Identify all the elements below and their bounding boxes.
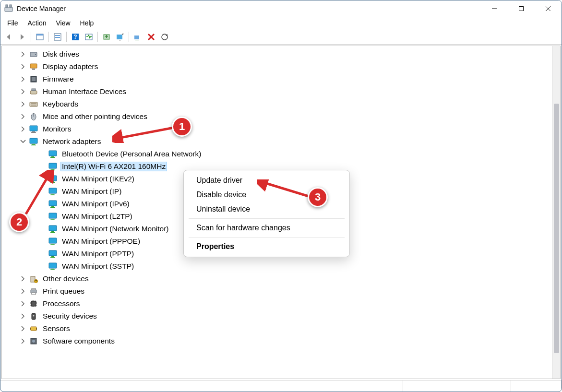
properties-button[interactable] (51, 31, 64, 43)
close-button[interactable] (535, 0, 562, 16)
ctx-properties[interactable]: Properties (184, 239, 349, 254)
category-icon (29, 112, 38, 121)
device-label: WAN Miniport (L2TP) (60, 212, 134, 221)
context-menu: Update driver Disable device Uninstall d… (183, 170, 350, 257)
device-label: Intel(R) Wi-Fi 6 AX201 160MHz (60, 162, 167, 171)
chevron-right-icon[interactable] (19, 63, 27, 71)
device-icon (48, 212, 58, 221)
tree-category[interactable]: Sensors (2, 322, 552, 335)
tree-category[interactable]: Other devices (2, 273, 552, 285)
window-controls (481, 0, 562, 16)
minimize-button[interactable] (481, 0, 508, 16)
help-button[interactable] (69, 31, 82, 43)
scan-button[interactable] (83, 31, 95, 43)
tree-category[interactable]: Monitors (2, 123, 552, 135)
category-label: Display adapters (41, 62, 99, 71)
chevron-right-icon[interactable] (19, 337, 27, 345)
enable-device-button[interactable] (132, 31, 144, 43)
device-label: WAN Miniport (PPPOE) (60, 237, 142, 246)
device-manager-window: Device Manager File Action View Help (0, 0, 562, 392)
content-pane: Disk drivesDisplay adaptersFirmwareHuman… (1, 46, 561, 379)
tree-category[interactable]: Software components (2, 335, 552, 347)
menu-help[interactable]: Help (75, 18, 99, 28)
tree-device[interactable]: WAN Miniport (SSTP) (2, 260, 552, 273)
tree-category[interactable]: Human Interface Devices (2, 85, 552, 98)
scan-hardware-button[interactable] (158, 31, 171, 43)
ctx-update-driver[interactable]: Update driver (184, 173, 349, 188)
toolbar-separator (66, 32, 67, 42)
chevron-right-icon[interactable] (19, 75, 27, 83)
category-label: Monitors (41, 124, 72, 134)
menubar: File Action View Help (0, 17, 562, 29)
chevron-right-icon[interactable] (19, 312, 27, 320)
chevron-right-icon[interactable] (19, 100, 27, 108)
annotation-badge-2: 2 (9, 212, 29, 232)
tree-category[interactable]: Print queues (2, 285, 552, 297)
device-label: WAN Miniport (Network Monitor) (60, 224, 170, 234)
chevron-down-icon[interactable] (19, 138, 27, 145)
tree-category[interactable]: Keyboards (2, 98, 552, 110)
chevron-right-icon[interactable] (19, 287, 27, 295)
menu-file[interactable]: File (2, 18, 23, 28)
disable-device-button[interactable] (114, 31, 126, 43)
toolbar-separator (48, 32, 49, 42)
category-label: Mice and other pointing devices (41, 112, 149, 121)
menu-view[interactable]: View (51, 18, 75, 28)
status-cell (511, 380, 562, 392)
svg-rect-50 (519, 6, 524, 11)
device-icon (48, 200, 58, 208)
chevron-right-icon[interactable] (19, 275, 27, 283)
category-label: Print queues (41, 286, 86, 296)
category-label: Software components (41, 336, 116, 346)
maximize-button[interactable] (508, 0, 535, 16)
category-icon (29, 337, 38, 345)
category-label: Security devices (41, 311, 98, 321)
titlebar: Device Manager (0, 0, 562, 17)
tree-category[interactable]: Firmware (2, 73, 552, 85)
tree-category[interactable]: Mice and other pointing devices (2, 110, 552, 123)
tree-category[interactable]: Processors (2, 297, 552, 310)
annotation-badge-1: 1 (172, 117, 192, 137)
device-icon (48, 249, 58, 258)
status-cell (403, 380, 511, 392)
chevron-right-icon[interactable] (19, 113, 27, 120)
ctx-scan-hardware[interactable]: Scan for hardware changes (184, 221, 349, 235)
category-icon (29, 299, 38, 308)
update-driver-button[interactable] (100, 31, 113, 43)
device-label: WAN Miniport (SSTP) (60, 261, 135, 271)
device-label: Bluetooth Device (Personal Area Network) (60, 149, 203, 159)
toolbar-separator (31, 32, 31, 42)
category-icon (29, 100, 38, 108)
category-label: Keyboards (41, 99, 80, 109)
scrollbar-thumb[interactable] (554, 104, 559, 353)
category-icon (29, 312, 38, 321)
category-label: Other devices (41, 274, 90, 284)
device-label: WAN Miniport (IP) (60, 187, 123, 196)
category-icon (29, 137, 38, 146)
toolbar (0, 29, 562, 45)
chevron-right-icon[interactable] (19, 300, 27, 308)
chevron-right-icon[interactable] (19, 125, 27, 133)
tree-category[interactable]: Network adapters (2, 135, 552, 148)
tree-category[interactable]: Security devices (2, 310, 552, 322)
chevron-right-icon[interactable] (19, 88, 27, 95)
category-icon (29, 125, 38, 133)
show-hide-tree-button[interactable] (34, 31, 46, 43)
vertical-scrollbar[interactable] (552, 46, 560, 379)
tree-category[interactable]: Disk drives (2, 48, 552, 60)
nav-back-button[interactable] (2, 31, 15, 43)
uninstall-device-button[interactable] (145, 31, 157, 43)
chevron-right-icon[interactable] (19, 50, 27, 58)
ctx-separator (189, 218, 345, 219)
app-icon (4, 4, 13, 13)
menu-action[interactable]: Action (23, 18, 51, 28)
tree-device[interactable]: Bluetooth Device (Personal Area Network) (2, 148, 552, 160)
category-icon (29, 62, 38, 71)
nav-forward-button[interactable] (16, 31, 28, 43)
category-label: Human Interface Devices (41, 87, 128, 96)
chevron-right-icon[interactable] (19, 325, 27, 333)
device-icon (48, 225, 58, 233)
category-label: Firmware (41, 74, 75, 84)
category-label: Processors (41, 299, 82, 309)
tree-category[interactable]: Display adapters (2, 60, 552, 73)
